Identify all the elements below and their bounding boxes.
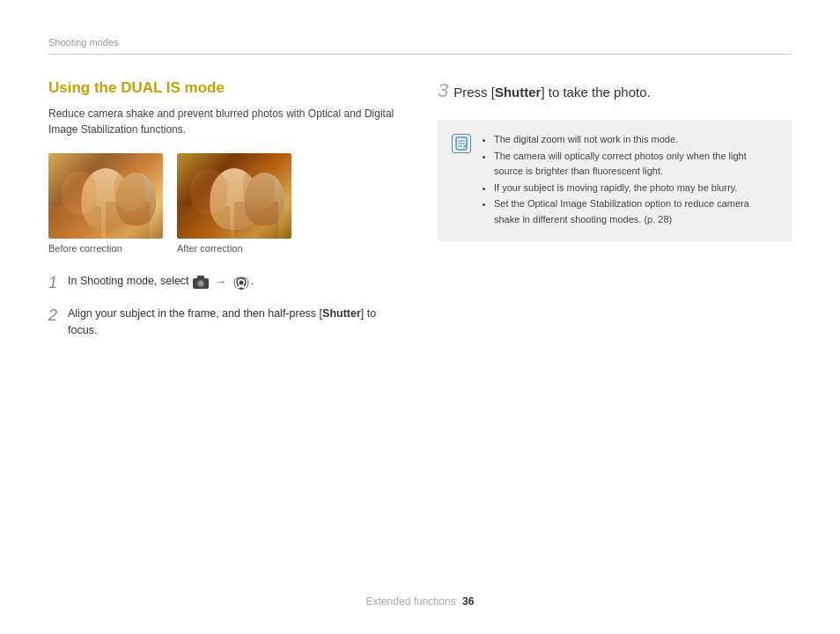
- note-box-inner: The digital zoom will not work in this m…: [452, 132, 777, 229]
- note-icon: [452, 134, 471, 153]
- step-1-number: 1: [48, 273, 61, 293]
- photo-after: [177, 153, 291, 239]
- step1-icons: →: [192, 273, 251, 291]
- svg-rect-9: [197, 276, 204, 279]
- step-3-area: 3 Press [Shutter] to take the photo.: [438, 79, 792, 102]
- breadcrumb-text: Shooting modes: [48, 37, 119, 48]
- footer-label: Extended functions: [366, 595, 456, 608]
- svg-point-12: [239, 280, 244, 284]
- svg-rect-3: [114, 169, 145, 211]
- section-title: Using the DUAL IS mode: [48, 79, 402, 97]
- pencil-note-icon: [455, 136, 468, 151]
- photo-before-svg: [48, 153, 163, 239]
- step-1: 1 In Shooting mode, select →: [48, 273, 402, 293]
- photo-before: [48, 153, 163, 239]
- right-column: 3 Press [Shutter] to take the photo.: [438, 79, 792, 351]
- step-2-number: 2: [48, 306, 61, 326]
- svg-point-11: [199, 281, 203, 285]
- ois-icon: [232, 274, 251, 290]
- note-item-2: The camera will optically correct photos…: [494, 149, 777, 180]
- image-caption-before: Before correction: [48, 243, 163, 254]
- step-1-text: In Shooting mode, select →: [68, 273, 254, 291]
- page-footer: Extended functions 36: [0, 595, 840, 608]
- svg-rect-1: [62, 171, 97, 215]
- note-box: The digital zoom will not work in this m…: [438, 120, 792, 241]
- note-list: The digital zoom will not work in this m…: [482, 132, 777, 229]
- breadcrumb: Shooting modes: [48, 35, 792, 55]
- images-row: Before correction After correction: [48, 153, 402, 254]
- note-item-1: The digital zoom will not work in this m…: [494, 132, 777, 148]
- steps-section: 1 In Shooting mode, select →: [48, 273, 402, 339]
- svg-rect-5: [190, 169, 227, 215]
- note-item-4: Set the Optical Image Stabilization opti…: [494, 196, 777, 227]
- photo-after-svg: [177, 153, 291, 239]
- camera-icon: [192, 275, 210, 289]
- step-2-text: Align your subject in the frame, and the…: [68, 306, 402, 339]
- step-3-text: 3 Press [Shutter] to take the photo.: [438, 79, 792, 102]
- step-3-content: Press [Shutter] to take the photo.: [453, 85, 650, 100]
- arrow-symbol: →: [215, 273, 226, 291]
- section-description: Reduce camera shake and prevent blurred …: [48, 106, 402, 137]
- image-block-before: Before correction: [48, 153, 163, 254]
- svg-rect-7: [243, 166, 275, 210]
- page-container: Shooting modes Using the DUAL IS mode Re…: [0, 0, 840, 634]
- note-item-3: If your subject is moving rapidly, the p…: [494, 181, 777, 196]
- left-column: Using the DUAL IS mode Reduce camera sha…: [48, 79, 402, 351]
- content-columns: Using the DUAL IS mode Reduce camera sha…: [48, 79, 792, 351]
- footer-page-number: 36: [462, 595, 474, 608]
- image-block-after: After correction: [177, 153, 291, 254]
- step-3-number: 3: [438, 79, 448, 102]
- image-caption-after: After correction: [177, 243, 291, 254]
- step-2: 2 Align your subject in the frame, and t…: [48, 306, 402, 339]
